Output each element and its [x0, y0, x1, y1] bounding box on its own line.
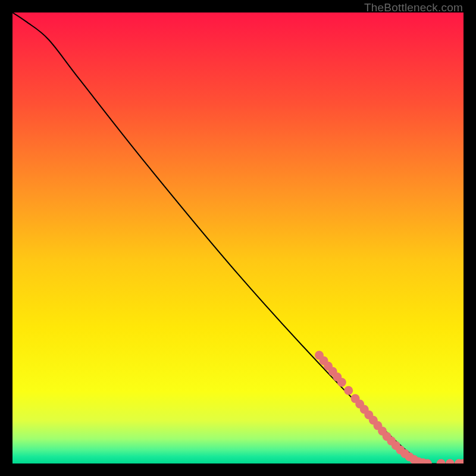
data-marker	[337, 378, 346, 387]
attribution-text: TheBottleneck.com	[364, 1, 463, 14]
bottleneck-chart	[12, 12, 464, 464]
data-marker	[344, 386, 353, 395]
